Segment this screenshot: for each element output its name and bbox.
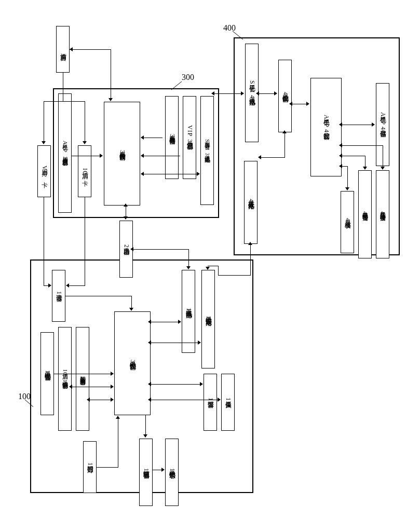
box-lamp: 照明灯110 [83,441,97,493]
arrowhead [87,398,90,402]
arrowhead [148,382,151,386]
box-lock-core: 电子锁锁芯106 [165,439,179,506]
svg-line-1 [233,31,243,39]
arrow [218,266,219,276]
arrowhead [148,320,151,324]
text: 服务器存储器302 [168,131,177,145]
text: VIP信息识别器303 [185,125,194,150]
arrowhead [111,372,114,376]
box-lock-controller: 电子锁控制器301 [114,311,151,415]
arrow [65,296,132,296]
arrow [292,104,307,104]
arrow [69,285,85,286]
box-hotel-front: 酒店前台 [56,26,70,73]
arrow [85,101,85,142]
box-phone-bt-button: 手机蓝牙连接按键406 [376,170,389,258]
arrowhead [116,416,120,419]
arrowhead [248,242,252,245]
arrowhead [161,468,165,472]
arrowhead [339,122,342,127]
arrow [153,470,162,470]
arrow [180,156,180,156]
text: 服务器控制器301 [118,147,127,161]
arrow [347,166,348,188]
box-wireless: 无线通讯电路105 [182,270,195,353]
arrowhead [69,385,72,389]
arrowhead [124,216,128,220]
text: 酒店IC卡 [80,167,89,176]
arrow [133,249,189,250]
arrow [44,101,85,102]
arrowhead [111,385,114,389]
arrow [365,156,365,167]
arrowhead [141,154,144,158]
arrowhead [198,340,201,345]
arrowhead [372,122,375,127]
box-lock-storage: 电子锁存储器103 [40,332,54,415]
arrow [151,384,200,385]
arrow [151,343,198,343]
box-card-reader: 读卡器102 [52,270,65,322]
arrow [383,145,383,167]
arrowhead [218,398,221,402]
arrow [342,156,365,156]
arrow [218,275,251,276]
arrow [208,266,219,266]
arrow [143,156,180,156]
arrowhead [111,398,114,402]
arrow [44,197,44,285]
arrow [188,249,189,267]
box-core-driver: 锁芯驱动器104 [139,439,153,506]
box-server-sim: 服务器SIM通讯电路304 [200,96,214,205]
box-phone-display: 显示模块408 [341,191,354,253]
box-camera: 摄像头112 [221,374,235,431]
text: 无线通讯电路105 [184,305,193,319]
box-phone-app-controller: 手机APP控制器404 [310,78,342,176]
arrowhead [143,434,147,438]
box-lock-bluetooth: 电子锁蓝牙电路107 [201,270,215,368]
arrow [70,49,111,50]
arrowhead [339,154,342,158]
text: 酒店前台 [59,48,67,50]
arrow [151,322,179,322]
arrowhead [381,167,385,170]
leader-line [233,30,248,40]
text: 手机蓝牙电路402 [247,196,255,210]
arrow [89,400,111,400]
arrowhead [241,91,244,95]
arrow [111,49,111,99]
arrow [54,374,111,374]
arrowhead [289,102,292,106]
leader-line [25,399,35,409]
arrow [143,138,162,138]
arrow [261,157,285,158]
box-user-vip-card: 用户VIP卡 [37,145,51,197]
arrowhead [178,320,181,324]
arrowhead [206,267,210,270]
arrow [214,93,214,94]
box-alarm: 报警器111 [204,374,217,431]
text: 电子锁蓝牙电路107 [204,312,213,326]
arrowhead [363,167,367,170]
arrowhead [130,247,133,251]
text: 手机APP控制器404 [322,114,331,140]
arrowhead [258,155,261,159]
box-server-controller: 服务器控制器301 [104,102,140,206]
arrowhead [109,98,113,101]
text: 手机APP用户信息识别器305 [61,140,69,167]
arrow [342,145,383,146]
arrowhead [129,308,133,311]
text: 照明灯110 [86,461,94,473]
arrow [63,73,63,101]
arrow [214,93,241,94]
svg-line-0 [171,81,182,90]
box-ic-identifier: 酒店IC卡编码识别器108 [58,327,72,431]
box-card-type-detector: 智能卡类别检测器109 [76,327,89,431]
arrowhead [100,154,103,158]
arrow [131,296,132,308]
text: 用户VIP卡 [40,165,49,177]
box-phone-unlock-button: 电子锁开锁按键407 [358,170,372,258]
box-vip-identifier: VIP信息识别器303 [183,96,196,179]
arrowhead [339,164,342,168]
arrow [72,387,111,387]
